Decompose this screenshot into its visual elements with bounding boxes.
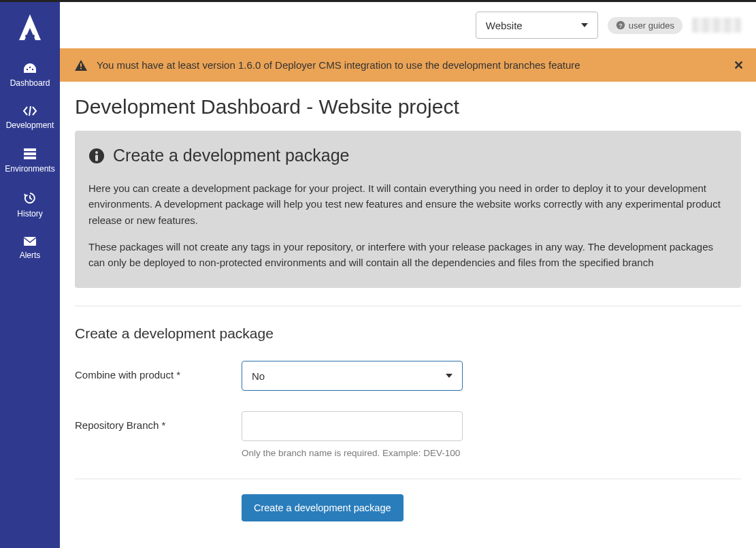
svg-point-4 [32,69,33,70]
sidebar-item-dashboard[interactable]: Dashboard [0,54,60,97]
user-guides-label: user guides [629,20,674,31]
combine-select-value: No [252,370,265,382]
branch-helper-text: Only the branch name is required. Exampl… [242,448,463,458]
info-panel: Create a development package Here you ca… [75,131,741,288]
svg-rect-5 [24,148,36,151]
form-row-combine: Combine with product * No [75,361,741,391]
combine-label: Combine with product * [75,361,242,381]
form-section-title: Create a development package [75,325,741,342]
create-package-button[interactable]: Create a development package [242,494,404,521]
form-row-branch: Repository Branch * Only the branch name… [75,411,741,458]
mail-icon [0,236,60,246]
chevron-down-icon [446,374,453,378]
svg-rect-11 [80,63,82,67]
info-paragraph-1: Here you can create a development packag… [88,180,727,228]
topbar: Website ? user guides [60,2,756,48]
sidebar-item-development[interactable]: Development [0,97,60,140]
branch-input[interactable] [242,411,463,441]
sidebar-item-label: Development [6,120,54,130]
svg-point-2 [27,69,28,70]
sidebar-item-label: Dashboard [10,78,50,88]
sidebar-item-alerts[interactable]: Alerts [0,228,60,270]
svg-rect-8 [24,237,36,246]
server-icon [0,148,60,160]
chevron-down-icon [581,23,588,27]
help-icon: ? [616,20,625,30]
svg-point-0 [25,35,28,37]
history-icon [0,191,60,205]
sidebar-item-history[interactable]: History [0,183,60,228]
user-guides-button[interactable]: ? user guides [608,17,683,34]
divider [75,306,741,306]
svg-rect-15 [95,155,98,161]
main-content: Website ? user guides You must have at l… [60,2,756,548]
info-heading: Create a development package [113,146,349,165]
sidebar-item-label: Alerts [20,251,41,260]
project-select-value: Website [486,20,523,31]
warning-text: You must have at least version 1.6.0 of … [97,59,580,71]
code-icon [0,106,60,116]
svg-text:?: ? [619,22,623,29]
sidebar-item-label: History [17,209,42,219]
info-icon [88,148,105,164]
svg-rect-7 [24,157,36,159]
user-identity-redacted [692,18,741,33]
submit-row: Create a development package [75,479,741,521]
warning-icon [75,60,87,71]
branch-label: Repository Branch * [75,411,242,431]
svg-rect-6 [24,152,36,155]
svg-point-14 [95,151,98,154]
svg-point-3 [29,67,31,68]
sidebar-item-environments[interactable]: Environments [0,140,60,183]
project-select[interactable]: Website [476,12,598,39]
warning-banner: You must have at least version 1.6.0 of … [60,48,756,82]
info-paragraph-2: These packages will not create any tags … [88,239,727,271]
svg-rect-12 [80,67,82,69]
app-logo [16,13,44,43]
sidebar: Dashboard Development Environments [0,2,60,548]
sidebar-item-label: Environments [5,164,54,174]
dashboard-icon [0,62,60,74]
svg-point-1 [32,35,35,37]
close-icon[interactable]: ✕ [734,58,744,73]
page-title: Development Dashboard - Website project [75,95,741,118]
combine-select[interactable]: No [242,361,463,391]
